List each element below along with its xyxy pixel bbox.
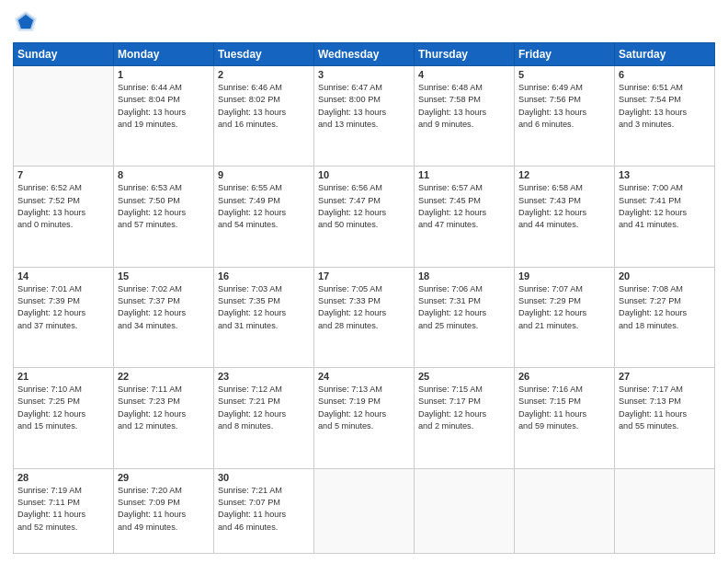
calendar-cell: 20Sunrise: 7:08 AMSunset: 7:27 PMDayligh… xyxy=(615,267,715,367)
calendar-cell: 9Sunrise: 6:55 AMSunset: 7:49 PMDaylight… xyxy=(214,167,314,267)
calendar-cell: 30Sunrise: 7:21 AMSunset: 7:07 PMDayligh… xyxy=(214,468,314,554)
calendar-cell xyxy=(615,468,715,554)
day-number: 28 xyxy=(17,472,109,483)
day-number: 26 xyxy=(518,371,610,382)
calendar-cell: 22Sunrise: 7:11 AMSunset: 7:23 PMDayligh… xyxy=(114,368,214,468)
day-detail: Sunrise: 7:06 AMSunset: 7:31 PMDaylight:… xyxy=(418,283,510,332)
calendar-cell: 25Sunrise: 7:15 AMSunset: 7:17 PMDayligh… xyxy=(415,368,515,468)
calendar-cell: 6Sunrise: 6:51 AMSunset: 7:54 PMDaylight… xyxy=(615,66,715,167)
calendar-cell: 12Sunrise: 6:58 AMSunset: 7:43 PMDayligh… xyxy=(515,167,615,267)
day-detail: Sunrise: 6:53 AMSunset: 7:50 PMDaylight:… xyxy=(118,182,210,231)
calendar-cell: 8Sunrise: 6:53 AMSunset: 7:50 PMDaylight… xyxy=(114,167,214,267)
day-detail: Sunrise: 6:51 AMSunset: 7:54 PMDaylight:… xyxy=(619,82,711,131)
calendar-cell: 15Sunrise: 7:02 AMSunset: 7:37 PMDayligh… xyxy=(114,267,214,367)
day-detail: Sunrise: 6:57 AMSunset: 7:45 PMDaylight:… xyxy=(418,182,510,231)
day-detail: Sunrise: 7:19 AMSunset: 7:11 PMDaylight:… xyxy=(17,485,109,534)
day-number: 27 xyxy=(619,371,711,382)
calendar-cell: 17Sunrise: 7:05 AMSunset: 7:33 PMDayligh… xyxy=(314,267,415,367)
day-number: 11 xyxy=(418,169,510,180)
day-number: 24 xyxy=(318,371,410,382)
day-detail: Sunrise: 6:47 AMSunset: 8:00 PMDaylight:… xyxy=(318,82,410,131)
day-detail: Sunrise: 7:10 AMSunset: 7:25 PMDaylight:… xyxy=(17,384,109,432)
day-number: 10 xyxy=(318,169,410,180)
day-number: 16 xyxy=(218,270,310,282)
day-number: 2 xyxy=(218,69,310,80)
day-number: 12 xyxy=(518,169,610,180)
day-detail: Sunrise: 7:03 AMSunset: 7:35 PMDaylight:… xyxy=(218,283,310,332)
day-number: 1 xyxy=(118,69,210,80)
day-number: 21 xyxy=(17,371,109,382)
calendar-table: SundayMondayTuesdayWednesdayThursdayFrid… xyxy=(13,42,715,554)
day-number: 17 xyxy=(318,270,410,282)
calendar-cell: 26Sunrise: 7:16 AMSunset: 7:15 PMDayligh… xyxy=(515,368,615,468)
day-header-wednesday: Wednesday xyxy=(314,43,415,66)
day-detail: Sunrise: 7:11 AMSunset: 7:23 PMDaylight:… xyxy=(118,384,210,432)
calendar-cell: 11Sunrise: 6:57 AMSunset: 7:45 PMDayligh… xyxy=(415,167,515,267)
calendar-cell: 5Sunrise: 6:49 AMSunset: 7:56 PMDaylight… xyxy=(515,66,615,167)
logo-icon xyxy=(13,9,39,35)
calendar-cell: 7Sunrise: 6:52 AMSunset: 7:52 PMDaylight… xyxy=(14,167,114,267)
day-detail: Sunrise: 7:05 AMSunset: 7:33 PMDaylight:… xyxy=(318,283,410,332)
day-detail: Sunrise: 7:21 AMSunset: 7:07 PMDaylight:… xyxy=(218,485,310,534)
week-row-5: 28Sunrise: 7:19 AMSunset: 7:11 PMDayligh… xyxy=(14,468,715,554)
week-row-1: 1Sunrise: 6:44 AMSunset: 8:04 PMDaylight… xyxy=(14,66,715,167)
calendar-cell: 28Sunrise: 7:19 AMSunset: 7:11 PMDayligh… xyxy=(14,468,114,554)
day-detail: Sunrise: 6:55 AMSunset: 7:49 PMDaylight:… xyxy=(218,182,310,231)
calendar-cell: 10Sunrise: 6:56 AMSunset: 7:47 PMDayligh… xyxy=(314,167,415,267)
calendar-cell: 18Sunrise: 7:06 AMSunset: 7:31 PMDayligh… xyxy=(415,267,515,367)
day-detail: Sunrise: 7:20 AMSunset: 7:09 PMDaylight:… xyxy=(118,485,210,534)
header-row: SundayMondayTuesdayWednesdayThursdayFrid… xyxy=(14,43,715,66)
day-detail: Sunrise: 6:46 AMSunset: 8:02 PMDaylight:… xyxy=(218,82,310,131)
day-number: 19 xyxy=(518,270,610,282)
day-number: 6 xyxy=(619,69,711,80)
calendar-cell xyxy=(14,66,114,167)
calendar-cell: 27Sunrise: 7:17 AMSunset: 7:13 PMDayligh… xyxy=(615,368,715,468)
calendar-cell: 23Sunrise: 7:12 AMSunset: 7:21 PMDayligh… xyxy=(214,368,314,468)
calendar-cell: 4Sunrise: 6:48 AMSunset: 7:58 PMDaylight… xyxy=(415,66,515,167)
calendar-cell xyxy=(314,468,415,554)
calendar-cell: 19Sunrise: 7:07 AMSunset: 7:29 PMDayligh… xyxy=(515,267,615,367)
page: SundayMondayTuesdayWednesdayThursdayFrid… xyxy=(0,0,728,563)
day-number: 4 xyxy=(418,69,510,80)
calendar-cell: 29Sunrise: 7:20 AMSunset: 7:09 PMDayligh… xyxy=(114,468,214,554)
day-number: 15 xyxy=(118,270,210,282)
day-number: 9 xyxy=(218,169,310,180)
day-detail: Sunrise: 7:13 AMSunset: 7:19 PMDaylight:… xyxy=(318,384,410,432)
calendar-cell xyxy=(515,468,615,554)
day-number: 8 xyxy=(118,169,210,180)
day-number: 13 xyxy=(619,169,711,180)
week-row-2: 7Sunrise: 6:52 AMSunset: 7:52 PMDaylight… xyxy=(14,167,715,267)
day-number: 20 xyxy=(619,270,711,282)
day-detail: Sunrise: 7:15 AMSunset: 7:17 PMDaylight:… xyxy=(418,384,510,432)
logo xyxy=(13,9,42,35)
day-detail: Sunrise: 6:56 AMSunset: 7:47 PMDaylight:… xyxy=(318,182,410,231)
day-detail: Sunrise: 7:02 AMSunset: 7:37 PMDaylight:… xyxy=(118,283,210,332)
calendar-cell: 24Sunrise: 7:13 AMSunset: 7:19 PMDayligh… xyxy=(314,368,415,468)
day-number: 29 xyxy=(118,472,210,483)
day-header-thursday: Thursday xyxy=(415,43,515,66)
week-row-4: 21Sunrise: 7:10 AMSunset: 7:25 PMDayligh… xyxy=(14,368,715,468)
day-detail: Sunrise: 7:08 AMSunset: 7:27 PMDaylight:… xyxy=(619,283,711,332)
day-number: 3 xyxy=(318,69,410,80)
day-number: 23 xyxy=(218,371,310,382)
day-detail: Sunrise: 7:01 AMSunset: 7:39 PMDaylight:… xyxy=(17,283,109,332)
day-detail: Sunrise: 6:49 AMSunset: 7:56 PMDaylight:… xyxy=(518,82,610,131)
day-number: 7 xyxy=(17,169,109,180)
day-header-friday: Friday xyxy=(515,43,615,66)
day-detail: Sunrise: 6:52 AMSunset: 7:52 PMDaylight:… xyxy=(17,182,109,231)
calendar-cell: 13Sunrise: 7:00 AMSunset: 7:41 PMDayligh… xyxy=(615,167,715,267)
calendar-cell: 14Sunrise: 7:01 AMSunset: 7:39 PMDayligh… xyxy=(14,267,114,367)
day-number: 5 xyxy=(518,69,610,80)
day-detail: Sunrise: 7:16 AMSunset: 7:15 PMDaylight:… xyxy=(518,384,610,432)
day-detail: Sunrise: 6:48 AMSunset: 7:58 PMDaylight:… xyxy=(418,82,510,131)
day-detail: Sunrise: 6:58 AMSunset: 7:43 PMDaylight:… xyxy=(518,182,610,231)
calendar-cell xyxy=(415,468,515,554)
calendar-cell: 16Sunrise: 7:03 AMSunset: 7:35 PMDayligh… xyxy=(214,267,314,367)
day-header-saturday: Saturday xyxy=(615,43,715,66)
day-header-monday: Monday xyxy=(114,43,214,66)
day-number: 30 xyxy=(218,472,310,483)
day-number: 18 xyxy=(418,270,510,282)
calendar-cell: 21Sunrise: 7:10 AMSunset: 7:25 PMDayligh… xyxy=(14,368,114,468)
day-detail: Sunrise: 7:12 AMSunset: 7:21 PMDaylight:… xyxy=(218,384,310,432)
calendar-cell: 1Sunrise: 6:44 AMSunset: 8:04 PMDaylight… xyxy=(114,66,214,167)
